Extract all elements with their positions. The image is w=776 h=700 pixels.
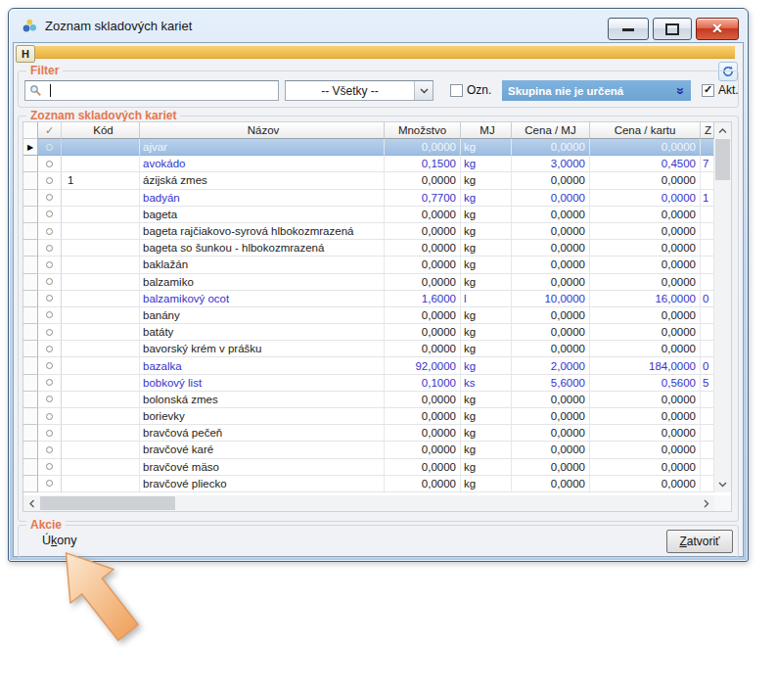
cell-mnozstvo: 0,7700 — [385, 190, 461, 207]
status-circle-icon — [46, 311, 53, 318]
horizontal-scrollbar[interactable] — [23, 495, 714, 511]
row-indicator — [23, 324, 38, 341]
table-row[interactable]: bravčové mäso 0,0000 kg 0,0000 0,0000 — [23, 459, 731, 476]
header-cena-mj[interactable]: Cena / MJ — [512, 122, 590, 139]
table-row[interactable]: badyán 0,7700 kg 0,0000 0,0000 1 — [23, 190, 731, 207]
row-indicator — [23, 341, 38, 357]
header-mnozstvo[interactable]: Množstvo — [385, 122, 461, 139]
cell-z: 5 — [701, 375, 714, 392]
cell-mj: kg — [461, 156, 512, 172]
table-row[interactable]: bageta so šunkou - hlbokozmrazená 0,0000… — [23, 240, 731, 257]
cell-kod — [62, 223, 140, 240]
cell-mnozstvo: 0,0000 — [385, 459, 461, 476]
table-row[interactable]: baklažán 0,0000 kg 0,0000 0,0000 — [23, 257, 731, 273]
horizontal-scroll-thumb[interactable] — [40, 496, 175, 510]
header-z[interactable]: Z — [701, 122, 714, 139]
row-indicator — [23, 408, 38, 425]
combobox-dropdown-button[interactable] — [414, 81, 433, 100]
table-row[interactable]: bazalka 92,0000 kg 2,0000 184,0000 0 — [23, 357, 731, 374]
row-status-cell — [38, 408, 62, 425]
cell-mnozstvo: 0,0000 — [385, 307, 461, 324]
vertical-scroll-thumb[interactable] — [715, 139, 730, 180]
table-row[interactable]: bravčová pečeň 0,0000 kg 0,0000 0,0000 — [23, 425, 731, 442]
scroll-right-button[interactable] — [698, 495, 714, 511]
table-row[interactable]: 1 ázijská zmes 0,0000 kg 0,0000 0,0000 — [23, 172, 731, 189]
cell-mj: kg — [461, 341, 512, 357]
accent-bar — [35, 46, 735, 59]
header-nazov[interactable]: Názov — [140, 122, 385, 139]
zatvorit-button[interactable]: Zatvoriť — [666, 530, 733, 553]
header-check[interactable]: ✓ — [38, 122, 62, 139]
maximize-icon — [665, 23, 679, 35]
status-circle-icon — [46, 480, 53, 487]
maximize-button[interactable] — [653, 18, 692, 40]
close-button[interactable]: × — [696, 18, 739, 40]
row-status-cell — [38, 257, 62, 273]
table-row[interactable]: balzamiko 0,0000 kg 0,0000 0,0000 — [23, 274, 731, 291]
cell-mj: kg — [461, 172, 512, 189]
table-row[interactable]: ▶ ajvar 0,0000 kg 0,0000 0,0000 — [23, 139, 731, 156]
cell-z — [701, 459, 714, 476]
row-indicator — [23, 392, 38, 408]
table-row[interactable]: banány 0,0000 kg 0,0000 0,0000 — [23, 307, 731, 324]
search-icon — [29, 84, 42, 97]
chevron-right-icon — [704, 499, 709, 508]
stock-cards-group-label: Zoznam skladových kariet — [26, 109, 180, 123]
row-status-cell — [38, 375, 62, 392]
table-row[interactable]: bravčové pliecko 0,0000 kg 0,0000 0,0000 — [23, 476, 731, 492]
table-row[interactable]: bolonská zmes 0,0000 kg 0,0000 0,0000 — [23, 392, 731, 408]
filter-group-label: Filter — [26, 64, 63, 78]
row-status-cell — [38, 392, 62, 408]
cell-cena-mj: 0,0000 — [512, 459, 590, 476]
cell-mnozstvo: 0,0000 — [385, 324, 461, 341]
table-row[interactable]: bravčové karé 0,0000 kg 0,0000 0,0000 — [23, 442, 731, 458]
table-row[interactable]: batáty 0,0000 kg 0,0000 0,0000 — [23, 324, 731, 341]
table-row[interactable]: bageta 0,0000 kg 0,0000 0,0000 — [23, 207, 731, 223]
titlebar[interactable]: Zoznam skladových kariet × — [9, 9, 748, 42]
cell-mj: kg — [461, 139, 512, 156]
cell-cena-kartu: 16,0000 — [590, 291, 701, 307]
chevron-up-icon — [718, 128, 727, 134]
akt-checkbox[interactable]: ✓ — [702, 84, 714, 97]
ozn-checkbox[interactable] — [450, 84, 463, 97]
table-row[interactable]: bavorský krém v prášku 0,0000 kg 0,0000 … — [23, 341, 731, 357]
table-row[interactable]: borievky 0,0000 kg 0,0000 0,0000 — [23, 408, 731, 425]
filter-combobox[interactable]: -- Všetky -- — [285, 80, 434, 101]
cell-mj: kg — [461, 476, 512, 492]
cell-mnozstvo: 0,1000 — [385, 375, 461, 392]
header-cena-kartu[interactable]: Cena / kartu — [590, 122, 701, 139]
search-field[interactable] — [24, 80, 279, 101]
h-button[interactable]: H — [16, 45, 35, 63]
cell-nazov: badyán — [140, 190, 385, 207]
app-window: Zoznam skladových kariet × H Filter — [8, 8, 749, 562]
cell-kod — [62, 425, 140, 442]
scroll-down-button[interactable] — [714, 476, 731, 492]
cell-mj: kg — [461, 442, 512, 458]
cell-cena-mj: 10,0000 — [512, 291, 590, 307]
status-circle-icon — [46, 463, 53, 470]
header-kod[interactable]: Kód — [62, 122, 140, 139]
cell-nazov: baklažán — [140, 257, 385, 273]
scroll-up-button[interactable] — [714, 122, 731, 139]
table-row[interactable]: avokádo 0,1500 kg 3,0000 0,4500 7 — [23, 156, 731, 172]
cell-cena-mj: 0,0000 — [512, 274, 590, 291]
table-row[interactable]: balzamikový ocot 1,6000 l 10,0000 16,000… — [23, 291, 731, 307]
cell-nazov: borievky — [140, 408, 385, 425]
status-circle-icon — [46, 362, 53, 369]
group-filter-chip[interactable]: Skupina nie je určená » — [502, 80, 691, 101]
cell-mj: kg — [461, 459, 512, 476]
cell-mnozstvo: 0,0000 — [385, 408, 461, 425]
header-mj[interactable]: MJ — [461, 122, 512, 139]
stock-cards-grid: ✓ Kód Názov Množstvo MJ Cena / MJ Cena /… — [23, 122, 731, 511]
vertical-scrollbar[interactable] — [714, 122, 731, 492]
row-indicator — [23, 190, 38, 207]
status-circle-icon — [46, 346, 53, 352]
cell-mj: ks — [461, 375, 512, 392]
table-row[interactable]: bobkový list 0,1000 ks 5,6000 0,5600 5 — [23, 375, 731, 392]
scroll-left-button[interactable] — [23, 495, 40, 511]
double-chevron-icon: » — [674, 87, 688, 95]
status-circle-icon — [46, 194, 53, 201]
cell-cena-kartu: 0,0000 — [590, 257, 701, 273]
minimize-button[interactable] — [608, 18, 649, 40]
table-row[interactable]: bageta rajčiakovo-syrová hlbokozmrazená … — [23, 223, 731, 240]
